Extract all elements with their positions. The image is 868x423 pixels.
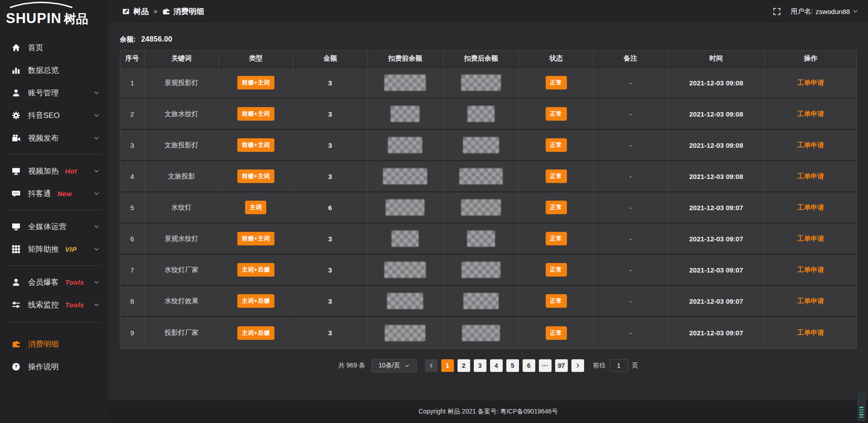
user-menu[interactable]: 用户名: zswodun88 [791, 7, 858, 16]
type-badge: 主词+后缀 [237, 263, 274, 277]
page-button-3[interactable]: 3 [474, 359, 486, 372]
balance-value: 24856.00 [141, 35, 172, 43]
sidebar-item-consumption-detail[interactable]: 消费明细 [0, 333, 108, 355]
sidebar-item-douyin-seo[interactable]: 抖音SEO [0, 104, 108, 127]
page-button-5[interactable]: 5 [506, 359, 519, 372]
table-row: 5水纹灯主词6正常-2021-12-03 09:07工单申请 [120, 193, 856, 224]
cell-balance-before [368, 99, 443, 130]
type-badge: 主词 [245, 201, 266, 214]
chevron-down-icon [94, 246, 99, 252]
blurred-value [388, 137, 422, 153]
sidebar-item-media-operation[interactable]: 全媒体运营 [0, 215, 108, 238]
main-content: 余额: 24856.00 序号关键词类型金额扣费前余额扣费后余额状态备注时间操作… [108, 23, 868, 400]
chevron-down-icon [94, 90, 99, 96]
blurred-value [461, 75, 501, 91]
status-badge: 正常 [546, 201, 567, 214]
type-badge: 前缀+主词 [237, 76, 274, 89]
blurred-value [384, 262, 426, 278]
sidebar-item-matrix-boost[interactable]: 矩阵助推VIP [0, 238, 108, 260]
logo: SHUPIN 树品 [0, 0, 108, 26]
blurred-value [391, 106, 420, 122]
cell-status: 正常 [519, 130, 593, 161]
type-badge: 主词+后缀 [237, 294, 274, 308]
page-button-97[interactable]: 97 [555, 359, 568, 372]
cell-balance-after [443, 68, 519, 99]
cell-remark: - [594, 317, 668, 348]
page-button-6[interactable]: 6 [523, 359, 535, 372]
cell-amount: 3 [293, 161, 368, 193]
sidebar-item-home[interactable]: 首页 [0, 36, 108, 59]
column-header: 状态 [519, 51, 593, 68]
work-order-link[interactable]: 工单申请 [797, 235, 824, 242]
page-button-1[interactable]: 1 [441, 359, 454, 372]
work-order-link[interactable]: 工单申请 [797, 203, 824, 211]
sidebar-item-video-publish[interactable]: 视频发布 [0, 127, 108, 149]
cell-balance-after [443, 161, 519, 193]
work-order-link[interactable]: 工单申请 [797, 79, 824, 86]
cell-remark: - [594, 286, 668, 317]
work-order-link[interactable]: 工单申请 [797, 110, 824, 118]
sidebar-item-lead-monitor[interactable]: 线索监控Tools [0, 293, 108, 316]
column-header: 关键词 [145, 51, 219, 68]
sidebar-item-label: 首页 [28, 42, 43, 53]
blurred-value [383, 168, 427, 184]
cell-keyword: 文旅投影 [145, 161, 219, 193]
cell-no: 9 [120, 317, 145, 348]
cell-type: 前缀+主词 [219, 68, 293, 99]
sidebar-item-label: 视频加热 [28, 166, 59, 176]
cell-type: 前缀+主词 [219, 99, 293, 130]
cell-type: 前缀+主词 [219, 130, 293, 161]
chevron-down-icon [94, 168, 99, 174]
sidebar-item-account-management[interactable]: 账号管理 [0, 81, 108, 104]
bar-chart-icon [12, 66, 20, 75]
cell-remark: - [594, 99, 668, 130]
work-order-link[interactable]: 工单申请 [797, 329, 824, 336]
cell-status: 正常 [519, 161, 593, 193]
cell-balance-before [368, 130, 443, 161]
cell-status: 正常 [519, 99, 593, 130]
page-size-select[interactable]: 10条/页 [372, 359, 417, 372]
blurred-value [463, 293, 499, 309]
work-order-link[interactable]: 工单申请 [797, 172, 824, 180]
cell-balance-after [443, 255, 519, 286]
cell-balance-after [443, 317, 519, 348]
next-page-button[interactable] [571, 359, 584, 372]
type-badge: 前缀+主词 [237, 169, 274, 183]
page-ellipsis-button[interactable]: ··· [539, 359, 552, 372]
sidebar-item-data-overview[interactable]: 数据总览 [0, 59, 108, 81]
sidebar-item-label: 抖音SEO [28, 110, 60, 121]
chevron-down-icon [94, 279, 99, 285]
cell-no: 2 [120, 99, 145, 130]
work-order-link[interactable]: 工单申请 [797, 297, 824, 305]
sidebar-item-instructions[interactable]: ?操作说明 [0, 355, 108, 378]
sidebar-item-member-burst[interactable]: 会员爆客Tools [0, 271, 108, 293]
work-order-link[interactable]: 工单申请 [797, 141, 824, 149]
page-buttons: 123456···97 [441, 359, 568, 372]
blurred-value [459, 168, 503, 184]
page-button-2[interactable]: 2 [458, 359, 470, 372]
cell-type: 前缀+主词 [219, 161, 293, 193]
scrollbar-widget[interactable] [858, 393, 865, 421]
status-badge: 正常 [546, 232, 567, 245]
breadcrumb-home[interactable]: 树品 [133, 6, 149, 17]
page-button-4[interactable]: 4 [490, 359, 503, 372]
blurred-value [462, 325, 500, 341]
chevron-down-icon [94, 302, 99, 308]
sidebar-item-video-heat[interactable]: 视频加热Hot [0, 160, 108, 182]
cell-status: 正常 [519, 317, 593, 348]
sidebar-item-label: 矩阵助推 [28, 244, 59, 254]
menu-divider [7, 210, 102, 210]
sidebar-item-badge: Tools [65, 278, 84, 286]
cell-type: 主词 [219, 193, 293, 224]
cell-action: 工单申请 [765, 255, 856, 286]
goto-page-input[interactable] [609, 359, 628, 372]
menu-divider [7, 265, 102, 266]
cell-action: 工单申请 [765, 161, 856, 193]
fullscreen-icon[interactable] [773, 8, 781, 15]
type-badge: 前缀+主词 [237, 107, 274, 121]
work-order-link[interactable]: 工单申请 [797, 266, 824, 273]
sidebar-item-douketong[interactable]: 抖客通New [0, 182, 108, 205]
prev-page-button[interactable] [425, 359, 438, 372]
cell-keyword: 投影灯厂家 [145, 317, 219, 348]
cell-no: 5 [120, 193, 145, 224]
